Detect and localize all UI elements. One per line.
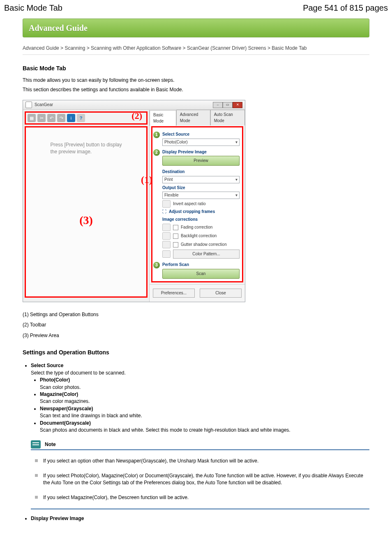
adjust-cropping-link[interactable]: Adjust cropping frames — [169, 209, 215, 215]
legend-1: (1) Settings and Operation Buttons — [23, 311, 369, 318]
opt-photo-body: Scan color photos. — [40, 384, 369, 391]
backlight-label: Backlight correction — [181, 233, 217, 239]
rotate-left-icon[interactable]: ↶ — [47, 114, 55, 122]
item-select-source-body: Select the type of document to be scanne… — [31, 370, 369, 377]
crop-icon[interactable]: ✂ — [37, 114, 46, 122]
thumbnail-icon[interactable]: ▦ — [28, 114, 36, 122]
toolbar: ▦ ✂ ↶ ↷ i ? (2) — [25, 111, 148, 125]
label-image-corrections: Image corrections — [162, 217, 240, 223]
page-counter: Page 541 of 815 pages — [303, 3, 388, 13]
intro-text-2: This section describes the settings and … — [23, 86, 369, 93]
divider — [23, 54, 369, 55]
preferences-button[interactable]: Preferences... — [153, 289, 195, 298]
scan-button[interactable]: Scan — [162, 269, 240, 279]
close-button[interactable]: Close — [200, 289, 242, 298]
preview-button[interactable]: Preview — [162, 156, 240, 166]
note-label: Note — [45, 441, 56, 448]
backlight-icon — [162, 232, 171, 240]
fading-checkbox[interactable] — [173, 225, 178, 230]
opt-document-title: Document(Grayscale) — [40, 420, 91, 426]
opt-document-body: Scan photos and documents in black and w… — [40, 427, 369, 434]
preview-area: Press [Preview] button to display the pr… — [25, 126, 148, 298]
intro-text: This mode allows you to scan easily by f… — [23, 77, 369, 84]
step-badge-3: 3 — [153, 262, 160, 268]
tab-advanced-mode[interactable]: Advanced Mode — [176, 110, 210, 125]
tab-auto-scan-mode[interactable]: Auto Scan Mode — [210, 110, 245, 125]
breadcrumb: Advanced Guide > Scanning > Scanning wit… — [23, 45, 369, 52]
select-source-dropdown[interactable]: Photo(Color) — [162, 139, 240, 146]
note-item-3: If you select Magazine(Color), the Descr… — [35, 494, 369, 501]
color-pattern-button[interactable]: Color Pattern... — [173, 250, 240, 259]
destination-dropdown[interactable]: Print — [162, 176, 240, 183]
rotate-right-icon[interactable]: ↷ — [57, 114, 65, 122]
screenshot-scangear: ScanGear – ▭ ✕ ▦ ✂ ↶ ↷ i ? (2) — [23, 100, 245, 302]
label-display-preview: Display Preview Image — [162, 149, 240, 155]
opt-newspaper-body: Scan text and line drawings in black and… — [40, 412, 369, 419]
note-item-1: If you select an option other than Newsp… — [35, 458, 369, 465]
label-output-size: Output Size — [162, 185, 240, 191]
info-icon[interactable]: i — [67, 114, 75, 122]
guide-banner: Advanced Guide — [23, 18, 369, 37]
maximize-icon[interactable]: ▭ — [223, 102, 233, 108]
opt-photo-title: Photo(Color) — [40, 377, 70, 383]
legend-2: (2) Toolbar — [23, 321, 369, 328]
invert-aspect-icon[interactable] — [162, 200, 171, 208]
invert-aspect-label: Invert aspect ratio — [173, 201, 205, 207]
section-title: Basic Mode Tab — [23, 64, 369, 72]
fading-icon — [162, 224, 171, 231]
label-destination: Destination — [162, 169, 240, 175]
select-source-value: Photo(Color) — [164, 139, 188, 146]
close-icon[interactable]: ✕ — [233, 102, 242, 108]
item-display-preview-title: Display Preview Image — [31, 516, 84, 521]
app-icon — [25, 102, 32, 108]
item-select-source-title: Select Source — [31, 363, 63, 368]
step-badge-1: 1 — [153, 132, 160, 138]
gutter-icon — [162, 241, 171, 248]
legend-3: (3) Preview Area — [23, 332, 369, 339]
opt-magazine-title: Magazine(Color) — [40, 391, 78, 397]
tab-basic-mode[interactable]: Basic Mode — [150, 110, 176, 126]
gutter-label: Gutter shadow correction — [181, 242, 227, 248]
callout-3: (3) — [79, 212, 93, 229]
subsection-title: Settings and Operation Buttons — [23, 348, 369, 356]
fading-label: Fading correction — [181, 224, 212, 231]
step-badge-2: 2 — [153, 149, 160, 156]
settings-panel: (1) 1 Select Source Photo(Color) 2 Displ… — [151, 126, 243, 282]
note-icon — [31, 440, 41, 449]
label-select-source: Select Source — [162, 132, 240, 138]
color-pattern-icon — [162, 250, 171, 258]
opt-newspaper-title: Newspaper(Grayscale) — [40, 406, 93, 412]
preview-hint-line1: Press [Preview] button to display — [50, 141, 122, 148]
preview-hint-line2: the preview image. — [50, 148, 122, 155]
minimize-icon[interactable]: – — [213, 102, 223, 108]
callout-1: (1) — [141, 173, 152, 187]
label-perform-scan: Perform Scan — [162, 262, 240, 268]
note-divider — [31, 509, 369, 509]
output-value: Flexible — [164, 192, 178, 199]
backlight-checkbox[interactable] — [173, 234, 178, 239]
output-size-dropdown[interactable]: Flexible — [162, 192, 240, 199]
destination-value: Print — [164, 177, 173, 183]
window-title: ScanGear — [35, 102, 53, 108]
opt-magazine-body: Scan color magazines. — [40, 398, 369, 405]
page-title-left: Basic Mode Tab — [4, 3, 62, 13]
gutter-checkbox[interactable] — [173, 242, 178, 247]
help-icon[interactable]: ? — [77, 114, 85, 122]
callout-2: (2) — [131, 109, 142, 123]
note-item-2: If you select Photo(Color), Magazine(Col… — [35, 472, 369, 487]
